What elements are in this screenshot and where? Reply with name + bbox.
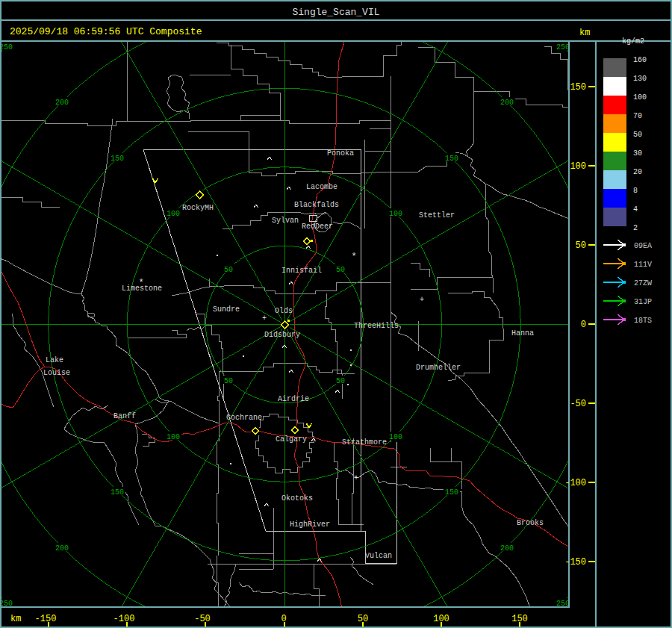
svg-text:27ZW: 27ZW: [634, 279, 652, 287]
svg-text:70: 70: [633, 112, 642, 120]
svg-text:31JP: 31JP: [634, 298, 652, 306]
svg-text:Brooks: Brooks: [517, 519, 544, 527]
svg-text:8: 8: [633, 187, 638, 195]
svg-text:250: 250: [556, 43, 570, 52]
svg-text:Lake: Lake: [46, 356, 63, 364]
svg-text:200: 200: [55, 99, 69, 107]
svg-text:50: 50: [576, 240, 586, 251]
svg-text:150: 150: [570, 82, 586, 93]
svg-text:100: 100: [633, 93, 647, 102]
svg-text:50: 50: [336, 266, 345, 274]
svg-text:-100: -100: [113, 614, 135, 624]
svg-text:160: 160: [633, 56, 647, 64]
svg-text:150: 150: [111, 488, 124, 497]
svg-text:4: 4: [633, 205, 638, 214]
svg-text:Cochrane: Cochrane: [226, 414, 262, 422]
svg-text:+: +: [420, 296, 424, 304]
svg-text:50: 50: [224, 377, 233, 385]
svg-text:*: *: [138, 278, 143, 288]
svg-text:Stettler: Stettler: [419, 211, 455, 220]
svg-text:+: +: [354, 474, 358, 482]
svg-text:130: 130: [633, 75, 647, 83]
svg-text:Okotoks: Okotoks: [281, 494, 313, 503]
svg-text:111V: 111V: [634, 261, 652, 269]
svg-text:100: 100: [389, 433, 402, 441]
svg-text:Drumheller: Drumheller: [416, 364, 461, 372]
svg-text:Hanna: Hanna: [511, 329, 534, 338]
svg-text:Lacombe: Lacombe: [306, 183, 337, 191]
svg-text:Didsbury: Didsbury: [264, 331, 300, 339]
svg-text:-150: -150: [35, 614, 57, 624]
svg-text:50: 50: [633, 131, 642, 139]
svg-text:200: 200: [500, 544, 514, 553]
svg-text:50: 50: [224, 266, 233, 274]
svg-text:km: km: [579, 28, 590, 38]
svg-text:Sundre: Sundre: [213, 305, 240, 314]
svg-text:Single_Scan_VIL: Single_Scan_VIL: [292, 7, 379, 18]
svg-text:km: km: [10, 614, 21, 624]
svg-text:2025/09/18 06:59:56 UTC Compos: 2025/09/18 06:59:56 UTC Composite: [10, 26, 202, 37]
svg-text:150: 150: [445, 155, 458, 163]
svg-text:Calgary: Calgary: [276, 435, 307, 444]
svg-text:-150: -150: [564, 557, 586, 568]
svg-text:-50: -50: [194, 614, 211, 624]
svg-text:RockyMH: RockyMH: [182, 204, 214, 212]
svg-text:150: 150: [445, 488, 458, 497]
svg-text:Banff: Banff: [113, 412, 136, 420]
svg-text:20: 20: [633, 168, 642, 176]
svg-text:Blackfalds: Blackfalds: [294, 201, 339, 209]
svg-text:100: 100: [570, 161, 586, 172]
svg-text:50: 50: [336, 377, 345, 385]
svg-text:200: 200: [55, 544, 69, 553]
svg-text:-50: -50: [570, 399, 586, 409]
svg-text:30: 30: [633, 149, 642, 158]
svg-text:HighRiver: HighRiver: [290, 520, 330, 529]
svg-text:Ponoka: Ponoka: [327, 149, 354, 158]
svg-text:100: 100: [167, 210, 180, 218]
svg-text:200: 200: [500, 99, 514, 107]
svg-text:Sylvan: Sylvan: [272, 217, 299, 225]
svg-text:09EA: 09EA: [634, 242, 652, 250]
svg-text:Olds: Olds: [275, 307, 293, 315]
svg-text:150: 150: [111, 155, 124, 163]
svg-text:kg/m2: kg/m2: [622, 37, 644, 46]
svg-text:0: 0: [581, 320, 586, 330]
svg-text:Innisfail: Innisfail: [281, 267, 322, 275]
svg-text:Strathmore: Strathmore: [342, 438, 387, 447]
svg-text:+: +: [262, 314, 267, 323]
svg-text:ThreeHills: ThreeHills: [354, 322, 399, 330]
svg-text:Louise: Louise: [43, 369, 70, 377]
svg-text:Airdrie: Airdrie: [278, 395, 309, 403]
svg-text:100: 100: [167, 433, 180, 441]
svg-text:Vulcan: Vulcan: [365, 552, 392, 560]
svg-text:18TS: 18TS: [634, 317, 652, 325]
svg-text:2: 2: [633, 224, 638, 232]
svg-text:250: 250: [0, 43, 13, 52]
svg-text:*: *: [351, 252, 356, 262]
svg-text:RedDeer: RedDeer: [302, 223, 333, 231]
svg-text:100: 100: [389, 210, 402, 218]
svg-text:-100: -100: [564, 478, 586, 488]
